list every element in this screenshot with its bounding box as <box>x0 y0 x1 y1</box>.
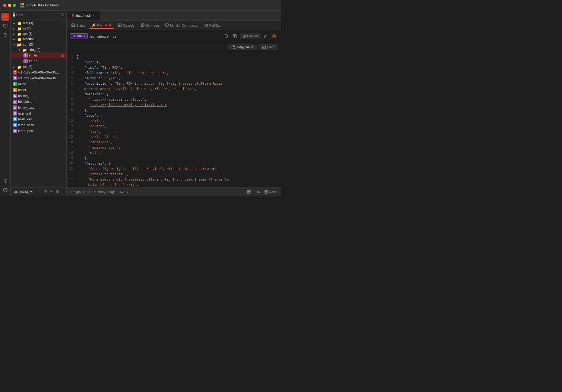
tab-status[interactable]: Status <box>69 22 88 29</box>
code-line-7: 7 "website": [ <box>67 92 281 97</box>
sidebar-icon-settings[interactable] <box>1 177 9 185</box>
code-line-6a: 6 "description": "Tiny RDM is a modern l… <box>67 81 281 86</box>
code-editor[interactable]: 1 { 2 "id": 1, 3 "name": "Tiny RDM", 4 "… <box>67 52 281 187</box>
tree-key-large-json[interactable]: S large_json 🗑 <box>11 128 66 134</box>
search-icon[interactable] <box>61 13 64 17</box>
key-label: aastring <box>18 94 60 98</box>
chevron-down-icon: ▼ <box>18 48 21 51</box>
chevron-right-icon: ▶ <box>13 38 16 41</box>
tree-key-gzip-test[interactable]: S gzip_test 🗑 <box>11 111 66 116</box>
bottom-icons: ··· <box>44 190 64 194</box>
tree-folder-aaa[interactable]: ▶ 📁 aaa (1) <box>11 31 66 36</box>
sidebar-icon-history[interactable] <box>1 31 9 39</box>
filter-input[interactable] <box>16 13 56 17</box>
tab-console[interactable]: Console <box>115 22 137 29</box>
tab-pub-sub[interactable]: Pub/Sub <box>202 22 224 29</box>
tree-key-bbbbbbbb[interactable]: S bbbbbbbb 🗑 <box>11 99 66 105</box>
tree-key-aalist[interactable]: L aalist 🗑 <box>11 81 66 87</box>
close-button[interactable] <box>3 4 6 7</box>
key-type-badge: S <box>13 105 17 110</box>
key-label: aaset <box>18 88 60 92</box>
tree-key-large-hash[interactable]: H large_hash 🗑 <box>11 122 66 128</box>
code-line-4: 4 "full name": "Tiny Redis Desktop Manag… <box>67 70 281 76</box>
tab-localhost[interactable]: 🖥 localhost × <box>67 11 100 21</box>
tab-key-detail-label: Key Detail <box>97 23 112 27</box>
svg-point-13 <box>5 180 6 182</box>
copy-key-button[interactable] <box>231 32 239 40</box>
sort-icon[interactable] <box>44 190 47 194</box>
filter-bar: A ? + <box>11 11 66 19</box>
svg-rect-37 <box>207 24 208 26</box>
tree-folder-json[interactable]: ▼ 📂 json (2) <box>11 42 66 47</box>
tree-key-aaset[interactable]: E aaset 🗑 <box>11 87 66 93</box>
svg-line-15 <box>63 15 64 16</box>
key-type-badge: H <box>13 117 17 121</box>
folder-label: test (5) <box>22 65 64 69</box>
svg-rect-41 <box>273 35 275 38</box>
copy-value-button[interactable]: Copy Value <box>228 44 256 50</box>
format-selector[interactable]: JSON <box>247 190 260 194</box>
tree-key-binary-x[interactable]: X \x1F\x8B\x08\x00\x00\x00\x00\x0... 🗑 <box>11 70 66 75</box>
code-line-21a: 21 "Super lightweight, built on Webview2… <box>67 166 281 172</box>
list-icon[interactable] <box>55 190 59 194</box>
save-button[interactable]: Save <box>259 44 278 50</box>
key-toolbar: STRING <box>67 30 281 42</box>
key-type-badge: S <box>13 76 17 80</box>
tree-key-binary-s[interactable]: S \x1F\x8B\x08\x00\x00\x00\x00\x0... 🗑 <box>11 75 66 81</box>
db-selector[interactable]: db0 (54/54) ▾ <box>13 190 34 194</box>
value-toolbar: Copy Value Save <box>67 42 281 52</box>
tree-container[interactable]: ▶ 📁 Test (3) ▶ 📁 aa (7) ▶ 📁 aaa (1) ▶ 📁 … <box>11 19 66 187</box>
left-bottom-bar: db0 (54/54) ▾ <box>11 187 66 196</box>
svg-point-4 <box>3 16 5 17</box>
tab-slow-log[interactable]: Slow Log <box>138 22 162 29</box>
main-layout: A ? + <box>0 11 281 196</box>
sidebar-icon-github[interactable] <box>1 186 9 194</box>
tree-key-zh-cn[interactable]: S zh_cn 🗑 <box>11 58 66 64</box>
sidebar-icon-screen[interactable] <box>1 22 9 30</box>
folder-label: aaa (1) <box>22 32 64 36</box>
tab-close-button[interactable]: × <box>91 14 96 18</box>
edit-key-button[interactable] <box>262 32 269 40</box>
help-icon[interactable]: ? <box>57 13 59 17</box>
key-type-badge: H <box>13 123 17 127</box>
tree-key-hash-key[interactable]: H hash_key 🗑 <box>11 116 66 122</box>
download-icon[interactable] <box>50 190 53 194</box>
status-bar: Length: 1270 Memory Usage: 1.57KB JSON <box>67 187 281 196</box>
code-line-5: 5 "author": "Lykin", <box>67 76 281 81</box>
delete-key-button[interactable] <box>270 32 278 40</box>
decode-selector[interactable]: None <box>264 190 277 194</box>
svg-rect-46 <box>247 190 250 193</box>
tab-key-detail[interactable]: 🔑 Key Detail <box>89 22 114 29</box>
tree-key-binary-test[interactable]: S binary_test 🗑 <box>11 105 66 111</box>
key-name-input[interactable] <box>90 34 220 38</box>
code-line-12: 12 "redis", <box>67 118 281 124</box>
svg-point-6 <box>6 16 7 17</box>
maximize-button[interactable] <box>13 4 16 7</box>
svg-rect-30 <box>141 24 144 27</box>
key-label: \x1F\x8B\x08\x00\x00\x00\x00\x0... <box>18 71 60 74</box>
tree-key-en-us[interactable]: S en_us 🗑 <box>11 52 66 58</box>
tree-folder-test2[interactable]: ▶ 📁 test (5) <box>11 64 66 70</box>
tree-folder-account[interactable]: ▶ 📁 account (6) <box>11 36 66 42</box>
code-line-21b: (Thanks to Wails).", <box>67 172 281 177</box>
tree-folder-string[interactable]: ▼ 📂 string (2) <box>11 47 66 52</box>
tree-key-aastring[interactable]: S aastring 🗑 <box>11 93 66 99</box>
tree-folder-test[interactable]: ▶ 📁 Test (3) <box>11 21 66 26</box>
monitor-icon <box>165 23 169 28</box>
tree-folder-aa[interactable]: ▶ 📁 aa (7) <box>11 26 66 31</box>
more-icon[interactable]: ··· <box>61 190 64 194</box>
sidebar-icon-connections[interactable] <box>1 13 9 21</box>
refresh-key-button[interactable] <box>223 32 230 40</box>
svg-rect-2 <box>20 6 22 7</box>
key-type-badge: S <box>13 100 17 104</box>
minimize-button[interactable] <box>8 4 11 7</box>
delete-key-icon[interactable]: 🗑 <box>61 54 64 57</box>
copy-value-label: Copy Value <box>237 45 253 49</box>
key-type-badge: S <box>13 94 17 98</box>
ttl-selector[interactable]: Forever <box>240 33 261 39</box>
key-type-badge: L <box>13 82 17 86</box>
filter-type-button[interactable]: A <box>13 12 15 18</box>
tab-monitor-commands[interactable]: Monitor Commands <box>163 22 201 29</box>
code-line-10: 10 ], <box>67 108 281 113</box>
key-type-badge: E <box>13 88 17 92</box>
